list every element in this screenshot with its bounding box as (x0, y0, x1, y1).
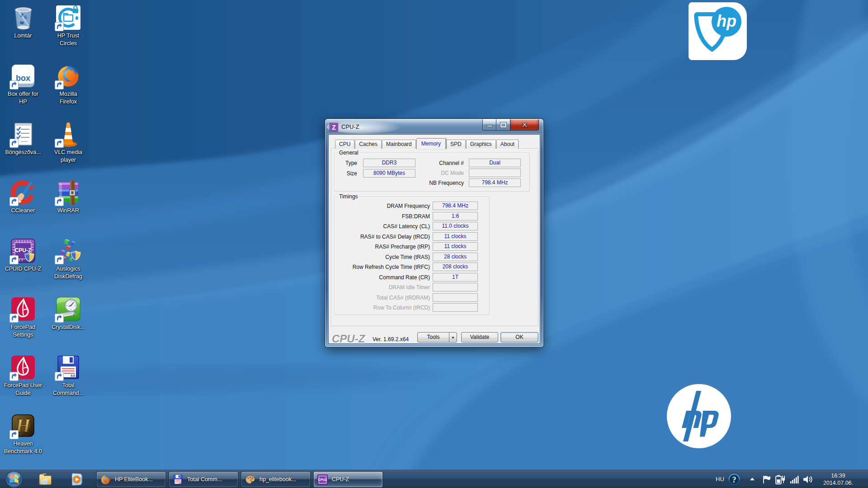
show-hidden-icons-button[interactable] (750, 477, 755, 481)
icon-art (55, 354, 82, 381)
explorer-taskbar-icon[interactable] (38, 472, 52, 487)
icon-art (9, 121, 37, 148)
field-label: Type (345, 160, 357, 166)
taskbar-task-button[interactable]: HP EliteBook... (96, 471, 166, 488)
icon-art (55, 62, 82, 89)
tab-label: SPD (450, 141, 462, 147)
clock-time: 16:39 (816, 472, 860, 479)
desktop-icon-label: CrystalDisk... (41, 324, 95, 331)
task-icon (172, 474, 184, 485)
task-label: Total Comm... (187, 476, 235, 483)
field-value: DDR3 (363, 159, 415, 167)
desktop-icons: Lomtár Box offer for HP Böngészővá... (1, 0, 100, 470)
tab[interactable]: Graphics (466, 140, 496, 149)
icon-art (55, 4, 82, 31)
tab[interactable]: Memory (416, 138, 446, 149)
tab[interactable]: SPD (446, 140, 466, 149)
tab[interactable]: Mainboard (382, 140, 416, 149)
field-value: 28 clocks (433, 253, 478, 261)
shortcut-arrow-icon (55, 139, 64, 148)
timing-field: FSB:DRAM 1:6 (331, 212, 481, 221)
icon-art (9, 354, 37, 381)
network-icon[interactable] (790, 475, 799, 484)
tab[interactable]: About (496, 140, 519, 149)
icon-art (9, 237, 37, 264)
shortcut-arrow-icon (9, 139, 19, 148)
icon-art (55, 237, 82, 264)
close-icon (522, 122, 528, 127)
tab-label: About (500, 141, 514, 147)
field-label: Size (347, 170, 357, 177)
tab-label: Caches (359, 141, 377, 147)
minimize-icon (486, 125, 493, 127)
shortcut-arrow-icon (55, 372, 64, 381)
field-label: RAS# to CAS# Delay (tRCD) (360, 234, 430, 240)
shortcut-arrow-icon (9, 197, 19, 206)
window-title: CPU-Z (341, 123, 359, 130)
field-value: 11 clocks (433, 232, 478, 241)
taskbar-task-button[interactable]: Total Comm... (169, 471, 238, 488)
desktop-icon-label: WinRAR (41, 207, 95, 215)
tab[interactable]: Caches (355, 140, 382, 149)
desktop-icon-label: Mozilla Firefox (41, 90, 95, 106)
maximize-button[interactable] (496, 119, 510, 131)
general-field: Size 8090 MBytes (331, 169, 418, 178)
action-center-icon[interactable] (762, 475, 771, 484)
field-label: DRAM Frequency (387, 203, 430, 209)
task-label: CPU-Z (332, 476, 380, 483)
field-value: 1T (433, 273, 478, 282)
shortcut-arrow-icon (9, 80, 19, 89)
close-button[interactable] (510, 119, 539, 131)
maximize-icon (500, 122, 506, 127)
shortcut-arrow-icon (55, 255, 64, 264)
ok-button[interactable]: OK (500, 332, 538, 343)
language-indicator[interactable]: HU (716, 476, 724, 483)
timing-field: RAS# to CAS# Delay (tRCD) 11 clocks (331, 232, 481, 241)
media-player-taskbar-icon[interactable] (70, 472, 84, 487)
timing-field: DRAM Frequency 798.4 MHz (331, 202, 481, 210)
tab-label: Memory (421, 141, 441, 147)
task-icon (317, 474, 328, 485)
cpuz-footer-logo: CPU-Z (332, 333, 365, 345)
shortcut-arrow-icon (9, 430, 19, 439)
field-value (433, 283, 478, 291)
icon-art (55, 179, 82, 206)
validate-button[interactable]: Validate (461, 332, 498, 343)
timing-field: Cycle Time (tRAS) 28 clocks (331, 253, 481, 261)
field-value: Dual (469, 159, 521, 167)
tools-button[interactable]: Tools (417, 332, 449, 343)
taskbar-task-button[interactable]: hp_elitebook... (241, 471, 311, 488)
timing-field: Row Refresh Cycle Time (tRFC) 208 clocks (331, 263, 481, 271)
volume-icon[interactable] (803, 474, 814, 484)
help-tray-icon[interactable] (727, 473, 741, 486)
field-label: DRAM Idle Timer (389, 284, 430, 291)
cpuz-app-icon: Z (330, 123, 338, 131)
timing-field: DRAM Idle Timer (331, 283, 481, 291)
minimize-button[interactable] (482, 119, 496, 131)
general-field: Type DDR3 (331, 159, 418, 167)
field-label: RAS# Precharge (tRP) (375, 244, 430, 250)
taskbar-task-button[interactable]: CPU-Z (313, 471, 383, 488)
version-text: Ver. 1.69.2.x64 (373, 336, 409, 343)
task-label: hp_elitebook... (259, 476, 307, 483)
field-value: 8090 MBytes (363, 169, 415, 178)
desktop-icon-label: Total Command... (41, 382, 95, 397)
general-field: NB Frequency 798.4 MHz (408, 178, 526, 187)
desktop: Lomtár Box offer for HP Böngészővá... (0, 0, 868, 488)
window-client-area: CPU Caches Mainboard Memory (328, 134, 540, 344)
tools-dropdown-button[interactable]: ▼ (449, 332, 457, 343)
field-value: 11.0 clocks (433, 222, 478, 230)
timing-field: RAS# Precharge (tRP) 11 clocks (331, 242, 481, 251)
clock[interactable]: 16:39 2014.07.06. (816, 472, 860, 487)
shortcut-arrow-icon (9, 255, 19, 264)
start-button[interactable] (5, 471, 23, 488)
icon-art (55, 296, 82, 323)
clock-date: 2014.07.06. (816, 479, 860, 487)
icon-art (55, 121, 82, 148)
tab-strip: CPU Caches Mainboard Memory (335, 138, 519, 149)
desktop-icon-label: HP Trust Circles (41, 32, 95, 47)
icon-art (9, 62, 37, 89)
field-value (433, 293, 478, 302)
tab[interactable]: CPU (335, 140, 354, 149)
power-icon[interactable] (775, 474, 786, 484)
